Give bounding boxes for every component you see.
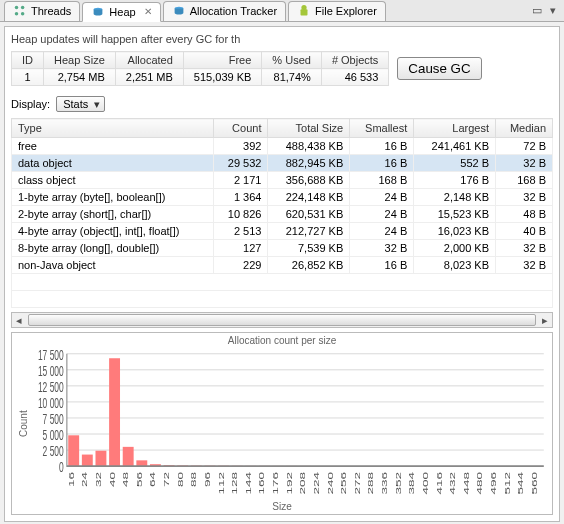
col-id[interactable]: ID: [12, 52, 44, 69]
svg-point-7: [301, 5, 306, 10]
svg-text:272: 272: [353, 472, 361, 495]
menu-icon[interactable]: ▾: [548, 4, 558, 17]
svg-text:176: 176: [271, 472, 279, 495]
svg-point-2: [15, 12, 19, 16]
svg-text:64: 64: [149, 472, 157, 487]
chart-title: Allocation count per size: [16, 335, 548, 346]
col-count[interactable]: Count: [214, 119, 268, 138]
svg-rect-32: [123, 447, 134, 466]
chart-xlabel: Size: [16, 501, 548, 514]
display-label: Display:: [11, 98, 50, 110]
summary-header-row: ID Heap Size Allocated Free % Used # Obj…: [12, 52, 389, 69]
svg-text:160: 160: [258, 472, 266, 495]
heap-summary-table: ID Heap Size Allocated Free % Used # Obj…: [11, 51, 389, 86]
android-icon: [297, 4, 311, 18]
svg-text:384: 384: [408, 472, 416, 495]
svg-rect-28: [95, 451, 106, 466]
heap-stats-table: TypeCountTotal SizeSmallestLargestMedian…: [11, 118, 553, 308]
svg-text:352: 352: [394, 472, 402, 495]
tab-bar: Threads Heap ✕ Allocation Tracker File E…: [0, 0, 564, 22]
svg-text:88: 88: [190, 472, 198, 487]
col-allocated[interactable]: Allocated: [115, 52, 183, 69]
table-row-empty: [12, 274, 553, 291]
col-type[interactable]: Type: [12, 119, 214, 138]
svg-text:416: 416: [435, 472, 443, 495]
svg-rect-6: [301, 9, 308, 15]
svg-text:72: 72: [162, 472, 170, 487]
svg-rect-26: [82, 455, 93, 467]
svg-text:512: 512: [503, 472, 511, 495]
col-heap-size[interactable]: Heap Size: [44, 52, 116, 69]
tab-label: File Explorer: [315, 5, 377, 17]
col-objects[interactable]: # Objects: [321, 52, 388, 69]
table-row[interactable]: non-Java object22926,852 KB16 B8,023 KB3…: [12, 257, 553, 274]
tab-heap[interactable]: Heap ✕: [82, 2, 160, 22]
allocation-chart: Allocation count per size Count 02 5005 …: [11, 332, 553, 515]
table-row-empty: [12, 291, 553, 308]
display-select[interactable]: Stats: [56, 96, 105, 112]
svg-text:336: 336: [380, 472, 388, 495]
svg-text:5 000: 5 000: [43, 426, 64, 443]
col-median[interactable]: Median: [496, 119, 553, 138]
svg-text:256: 256: [339, 472, 347, 495]
table-row[interactable]: 8-byte array (long[], double[])1277,539 …: [12, 240, 553, 257]
svg-text:560: 560: [530, 472, 538, 495]
svg-text:17 500: 17 500: [38, 346, 64, 363]
svg-text:128: 128: [230, 472, 238, 495]
scroll-right-arrow[interactable]: ▸: [538, 314, 552, 327]
table-row[interactable]: data object29 532882,945 KB16 B552 B32 B: [12, 155, 553, 172]
summary-data-row[interactable]: 1 2,754 MB 2,251 MB 515,039 KB 81,74% 46…: [12, 69, 389, 86]
svg-text:2 500: 2 500: [43, 442, 64, 459]
tab-label: Heap: [109, 6, 135, 18]
col-smallest[interactable]: Smallest: [350, 119, 414, 138]
tab-allocation-tracker[interactable]: Allocation Tracker: [163, 1, 286, 21]
col-used[interactable]: % Used: [262, 52, 322, 69]
svg-text:16: 16: [67, 472, 75, 487]
horizontal-scrollbar[interactable]: ◂ ▸: [11, 312, 553, 328]
table-row[interactable]: free392488,438 KB16 B241,461 KB72 B: [12, 138, 553, 155]
col-free[interactable]: Free: [183, 52, 262, 69]
scroll-left-arrow[interactable]: ◂: [12, 314, 26, 327]
svg-rect-24: [68, 435, 79, 466]
tab-label: Threads: [31, 5, 71, 17]
table-row[interactable]: class object2 171356,688 KB168 B176 B168…: [12, 172, 553, 189]
svg-text:432: 432: [448, 472, 456, 495]
svg-text:32: 32: [94, 472, 102, 487]
close-icon[interactable]: ✕: [144, 6, 152, 17]
heap-icon: [91, 5, 105, 19]
threads-icon: [13, 4, 27, 18]
svg-text:208: 208: [299, 472, 307, 495]
svg-text:544: 544: [517, 472, 525, 495]
chart-plot: 02 5005 0007 50010 00012 50015 00017 500…: [31, 346, 548, 501]
svg-text:288: 288: [367, 472, 375, 495]
svg-text:448: 448: [462, 472, 470, 495]
table-row[interactable]: 1-byte array (byte[], boolean[])1 364224…: [12, 189, 553, 206]
col-total-size[interactable]: Total Size: [268, 119, 350, 138]
svg-text:15 000: 15 000: [38, 362, 64, 379]
svg-text:40: 40: [108, 472, 116, 487]
svg-text:144: 144: [244, 472, 252, 495]
allocation-icon: [172, 4, 186, 18]
svg-text:240: 240: [326, 472, 334, 495]
svg-text:400: 400: [421, 472, 429, 495]
minimize-icon[interactable]: ▭: [530, 4, 544, 17]
svg-text:24: 24: [81, 472, 89, 487]
heap-update-hint: Heap updates will happen after every GC …: [11, 33, 553, 45]
table-row[interactable]: 4-byte array (object[], int[], float[])2…: [12, 223, 553, 240]
svg-text:192: 192: [285, 472, 293, 495]
svg-point-3: [21, 12, 25, 16]
svg-point-1: [21, 6, 25, 10]
tab-file-explorer[interactable]: File Explorer: [288, 1, 386, 21]
tab-threads[interactable]: Threads: [4, 1, 80, 21]
svg-text:48: 48: [121, 472, 129, 487]
svg-text:12 500: 12 500: [38, 378, 64, 395]
svg-text:224: 224: [312, 472, 320, 495]
cause-gc-button[interactable]: Cause GC: [397, 57, 481, 80]
tab-label: Allocation Tracker: [190, 5, 277, 17]
svg-rect-30: [109, 358, 120, 466]
col-largest[interactable]: Largest: [414, 119, 496, 138]
scroll-thumb[interactable]: [28, 314, 536, 326]
table-row[interactable]: 2-byte array (short[], char[])10 826620,…: [12, 206, 553, 223]
svg-point-0: [15, 6, 19, 10]
svg-text:56: 56: [135, 472, 143, 487]
